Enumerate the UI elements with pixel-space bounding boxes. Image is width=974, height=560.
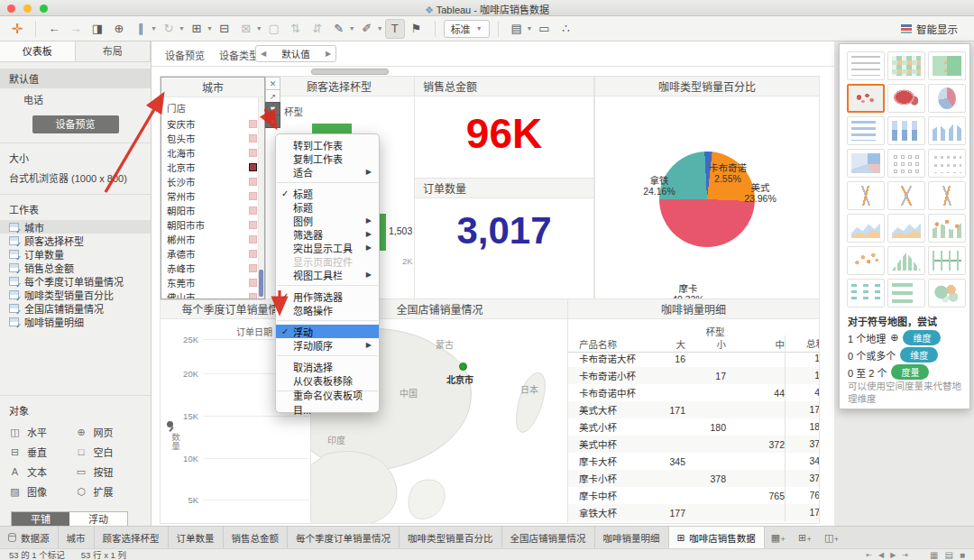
sheet-tab[interactable]: 销售总金额 [224, 527, 289, 548]
sheet-tab[interactable]: 城市 [59, 527, 95, 548]
sort-descending-icon[interactable]: ⇵ [308, 19, 327, 39]
show-me-side-by-side-circles[interactable] [928, 149, 966, 178]
show-me-continuous-lines[interactable] [847, 181, 885, 210]
table-row[interactable]: 卡布奇诺中杯4444 [568, 384, 819, 401]
tab-layout[interactable]: 布局 [76, 41, 152, 61]
menu-item-从仪表板移除[interactable]: 从仪表板移除 [276, 373, 379, 387]
sidebar-sheet-item[interactable]: 订单数量 [0, 247, 151, 261]
show-me-circle-views[interactable] [887, 149, 925, 178]
refresh-icon[interactable]: ↻ [159, 19, 179, 39]
menu-item-取消选择[interactable]: 取消选择 [276, 360, 379, 373]
city-list-item[interactable]: 承德市 [161, 246, 264, 261]
duplicate-sheet-icon[interactable]: ⊟ [215, 19, 234, 39]
pause-updates-icon[interactable]: ∥ [131, 19, 151, 39]
show-me-pie-chart[interactable] [928, 84, 966, 113]
sheet-tab[interactable]: 咖啡销量明细 [595, 527, 669, 548]
chevron-down-icon[interactable]: ▼ [527, 25, 533, 32]
label-icon[interactable]: T [385, 19, 405, 39]
table-row[interactable]: 摩卡大杯345345 [568, 453, 819, 470]
last-page-icon[interactable]: ⇥ [902, 551, 908, 559]
sidebar-sheet-item[interactable]: 销售总金额 [0, 261, 151, 274]
show-me-treemap[interactable] [847, 149, 885, 178]
show-me-scatter-plot[interactable] [847, 246, 885, 275]
table-row[interactable]: 美式大杯171171 [568, 401, 819, 418]
menu-item-浮动顺序[interactable]: 浮动顺序▶ [276, 338, 379, 352]
menu-item-适合[interactable]: 适合▶ [276, 165, 379, 179]
add-data-source-icon[interactable]: ⊕ [109, 19, 129, 39]
forward-icon[interactable]: → [66, 19, 86, 39]
pin-icon[interactable]: ⚑ [407, 19, 427, 39]
city-list-item[interactable]: 赤峰市 [161, 261, 264, 275]
use-as-filter-icon[interactable]: ▼ [265, 102, 280, 115]
show-me-bullet-graph[interactable] [887, 279, 925, 308]
device-phone-row[interactable]: 电话 [0, 88, 151, 108]
chevron-down-icon[interactable]: ▼ [207, 25, 213, 32]
city-list-item[interactable]: 长沙市 [161, 174, 264, 188]
sidebar-sheet-item[interactable]: 每个季度订单销量情况 [0, 274, 151, 288]
table-row[interactable]: 卡布奇诺大杯1616 [568, 350, 819, 367]
city-list-item[interactable]: 朝阳市市 [161, 217, 264, 232]
city-list-item[interactable]: 北京市 [161, 160, 264, 174]
city-list-item[interactable]: 东莞市 [161, 275, 264, 289]
table-row[interactable]: 美式中杯372372 [568, 436, 819, 453]
show-me-gantt[interactable] [847, 279, 885, 308]
menu-item-复制工作表[interactable]: 复制工作表 [276, 151, 379, 165]
sales-total-value[interactable]: 96K [415, 109, 593, 158]
table-row[interactable]: 摩卡小杯378378 [568, 470, 819, 487]
object-item[interactable]: ⊕网页 [76, 425, 142, 439]
object-item[interactable]: A文本 [9, 464, 76, 479]
object-item[interactable]: □空白 [76, 445, 142, 459]
table-row[interactable]: 拿铁大杯177177 [568, 504, 819, 521]
floating-zone-handle[interactable] [311, 69, 389, 75]
fit-dropdown[interactable]: 标准 ▼ [444, 20, 490, 38]
size-value-dropdown[interactable]: 台式机浏览器 (1000 x 800) [0, 169, 151, 194]
show-me-heatmap[interactable] [887, 51, 925, 80]
show-me-histogram[interactable] [887, 246, 925, 275]
order-count-value[interactable]: 3,017 [415, 209, 593, 252]
device-preview-icon[interactable]: ▤ [507, 19, 527, 39]
table-row[interactable]: 摩卡中杯765765 [568, 487, 819, 504]
show-me-dual-combination[interactable] [928, 214, 966, 243]
highlight-icon[interactable]: ▢ [264, 19, 284, 39]
chevron-down-icon[interactable]: ▼ [179, 25, 185, 32]
show-me-horizontal-bars[interactable] [847, 116, 885, 145]
sidebar-sheet-item[interactable]: 城市 [0, 220, 151, 234]
sidebar-sheet-item[interactable]: 顾客选择杯型 [0, 234, 151, 247]
sheet-tab[interactable]: 咖啡类型销量百分比 [400, 527, 502, 548]
go-to-sheet-icon[interactable]: ↗ [265, 89, 280, 103]
device-preview-button[interactable]: 设备预览 [32, 115, 119, 133]
table-row[interactable]: 卡布奇诺小杯1717 [568, 367, 819, 384]
show-me-dual-lines[interactable] [928, 181, 966, 210]
menu-item-标题[interactable]: ✓标题 [276, 187, 379, 200]
show-me-discrete-area[interactable] [887, 214, 925, 243]
sidebar-sheet-item[interactable]: 咖啡类型销量百分比 [0, 288, 151, 301]
object-item[interactable]: ▨图像 [9, 484, 76, 499]
sheet-tab[interactable]: 订单数量 [169, 527, 224, 548]
new-worksheet-button[interactable]: ▦₊ [765, 527, 792, 548]
first-page-icon[interactable]: ⇤ [866, 551, 872, 559]
menu-item-标题[interactable]: 标题 [276, 200, 379, 214]
sheet-tab[interactable]: 每个季度订单销量情况 [288, 527, 400, 548]
show-me-stacked-bars[interactable] [887, 116, 925, 145]
menu-item-用作筛选器[interactable]: ✓用作筛选器 [276, 289, 379, 303]
back-icon[interactable]: ← [44, 19, 64, 39]
device-preview-label[interactable]: 设备预览 [165, 48, 205, 62]
menu-item-重命名仪表板项目[interactable]: 重命名仪表板项目... [276, 395, 379, 409]
show-me-packed-bubbles[interactable] [928, 279, 966, 308]
sidebar-sheet-item[interactable]: 全国店铺销量情况 [0, 301, 151, 315]
device-default-row[interactable]: 默认值 [0, 69, 151, 88]
city-list-item[interactable]: 佛山市 [161, 289, 264, 299]
sheet-tab[interactable]: 顾客选择杯型 [95, 527, 169, 548]
show-me-side-by-side-bars[interactable] [928, 116, 966, 145]
tab-datasource[interactable]: 数据源 [0, 527, 59, 548]
scrollbar[interactable] [258, 97, 264, 298]
more-options-icon[interactable]: ▾ [265, 115, 280, 128]
show-sheet-sorter-icon[interactable]: ■ [960, 550, 965, 560]
attach-icon[interactable]: ✐ [357, 19, 377, 39]
city-list-item[interactable]: 常州市 [161, 188, 264, 203]
sheet-tab[interactable]: 全国店铺销量情况 [502, 527, 595, 548]
show-me-text-table[interactable] [847, 51, 885, 80]
show-me-discrete-lines[interactable] [887, 181, 925, 210]
menu-item-转到工作表[interactable]: 转到工作表 [276, 138, 379, 151]
sidebar-sheet-item[interactable]: 咖啡销量明细 [0, 315, 151, 328]
